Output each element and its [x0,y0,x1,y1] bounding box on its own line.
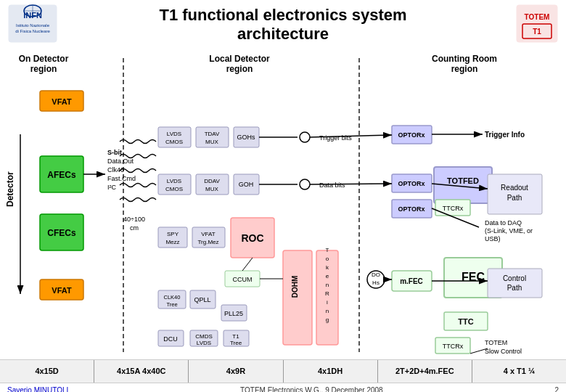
svg-text:TDAV: TDAV [205,131,220,137]
svg-point-88 [300,132,310,142]
svg-text:Data.Out: Data.Out [107,158,134,165]
svg-text:VFAT: VFAT [52,97,72,106]
svg-text:PLL25: PLL25 [224,310,243,317]
svg-text:Control: Control [503,274,526,282]
svg-text:cm: cm [130,224,139,232]
svg-text:di Fisica Nucleare: di Fisica Nucleare [15,29,50,33]
svg-text:LVDS: LVDS [167,178,181,184]
diagram: On Detector region Local Detector region… [0,47,566,359]
svg-text:Fast.Cmd: Fast.Cmd [107,175,136,182]
svg-text:TOTFED: TOTFED [447,176,479,185]
svg-text:DOHM: DOHM [291,276,299,298]
footer-center: TOTEM Electronics W.G., 9 December 2008 [240,386,383,392]
bottom-cell-3: 4x9R [189,360,283,383]
svg-text:Tree: Tree [166,301,177,308]
svg-point-91 [300,179,310,189]
diagram-svg: On Detector region Local Detector region… [0,47,566,359]
svg-text:MUX: MUX [205,186,218,192]
svg-text:Data to DAQ: Data to DAQ [485,219,522,226]
svg-text:DDAV: DDAV [204,178,220,184]
svg-text:Istituto Nazionale: Istituto Nazionale [16,23,50,28]
svg-text:Data bits: Data bits [319,181,345,189]
svg-text:i: i [327,299,328,306]
local-detector-label: Local Detector [209,54,270,64]
footer: Saverio MINUTOLI TOTEM Electronics W.G.,… [0,383,566,392]
svg-line-133 [242,258,253,271]
svg-text:OPTORx: OPTORx [398,205,425,213]
svg-line-128 [310,184,392,184]
svg-text:MUX: MUX [205,139,218,145]
svg-text:Trigger Info: Trigger Info [485,131,525,139]
svg-text:region: region [451,64,478,74]
svg-text:o: o [326,256,329,262]
svg-text:Detector: Detector [5,171,15,207]
svg-text:Tree: Tree [230,340,242,346]
svg-text:CMDS: CMDS [195,333,213,340]
svg-text:CMOS: CMOS [165,139,183,145]
svg-text:VFAT: VFAT [201,231,216,237]
logo-right: TOTEM T1 [515,4,559,44]
svg-text:T1: T1 [232,333,239,340]
svg-text:region: region [30,64,57,74]
on-detector-label: On Detector [19,54,69,64]
svg-text:CFECs: CFECs [47,228,76,238]
svg-text:g: g [326,317,329,323]
svg-text:40÷100: 40÷100 [123,216,145,223]
svg-text:m.FEC: m.FEC [400,277,423,285]
svg-text:R: R [325,290,329,297]
svg-text:CCUM: CCUM [233,276,253,283]
svg-text:TTCRx: TTCRx [443,343,464,350]
bottom-cell-1: 4x15D [0,360,94,383]
svg-text:DCU: DCU [163,335,178,343]
svg-text:region: region [226,64,253,74]
svg-text:OPTORx: OPTORx [398,131,425,139]
svg-text:ROC: ROC [241,232,263,244]
logo-left: INFN Istituto Nazionale di Fisica Nuclea… [7,4,58,44]
bottom-bar: 4x15D 4x15A 4x40C 4x9R 4x1DH 2T+2D+4m.FE… [0,359,566,383]
svg-text:Trg.Mez: Trg.Mez [197,239,218,245]
bottom-cell-6: 4 x T1 ¼ [472,360,566,383]
svg-text:SPY: SPY [167,231,179,237]
svg-text:CMOS: CMOS [165,186,183,192]
footer-left: Saverio MINUTOLI [7,386,68,392]
svg-text:OPTORx: OPTORx [398,180,425,187]
svg-text:Path: Path [507,284,522,292]
svg-text:Trigger bits: Trigger bits [319,134,352,142]
svg-text:LVDS: LVDS [197,340,211,346]
svg-text:TTCRx: TTCRx [443,205,464,212]
svg-text:DO: DO [372,271,380,278]
svg-text:Hs: Hs [372,279,380,286]
svg-text:GOH: GOH [239,181,254,188]
svg-text:Path: Path [507,194,522,202]
svg-text:TOTEM: TOTEM [525,13,550,21]
svg-text:Slow Control: Slow Control [485,348,522,355]
page-title: T1 functional electronics system archite… [159,6,406,44]
svg-text:VFAT: VFAT [52,286,72,295]
svg-text:GOHs: GOHs [237,134,255,141]
svg-text:I²C: I²C [107,184,116,191]
svg-text:QPLL: QPLL [194,296,210,303]
footer-right: 2 [554,386,559,392]
svg-rect-122 [488,269,542,298]
svg-text:LVDS: LVDS [167,131,181,137]
counting-room-label: Counting Room [432,54,497,64]
main-content: INFN Istituto Nazionale di Fisica Nuclea… [0,0,566,392]
svg-text:AFECs: AFECs [47,170,76,180]
bottom-cell-2: 4x15A 4x40C [94,360,189,383]
svg-text:(S-Link, VME, or: (S-Link, VME, or [485,227,533,234]
svg-text:S-bit: S-bit [107,149,122,156]
bottom-cell-5: 2T+2D+4m.FEC [378,360,472,383]
header: INFN Istituto Nazionale di Fisica Nuclea… [0,0,566,47]
svg-text:Clk40: Clk40 [107,166,124,173]
svg-text:Readout: Readout [501,184,528,192]
svg-text:USB): USB) [485,235,501,242]
svg-text:CLK40: CLK40 [164,294,181,301]
svg-text:n: n [326,282,329,288]
svg-text:n: n [326,308,329,314]
svg-text:T1: T1 [533,28,541,36]
bottom-cell-4: 4x1DH [284,360,378,383]
svg-text:e: e [326,273,329,279]
svg-text:T: T [326,247,329,253]
svg-text:Mezz: Mezz [165,239,179,245]
svg-text:TTC: TTC [458,317,473,326]
